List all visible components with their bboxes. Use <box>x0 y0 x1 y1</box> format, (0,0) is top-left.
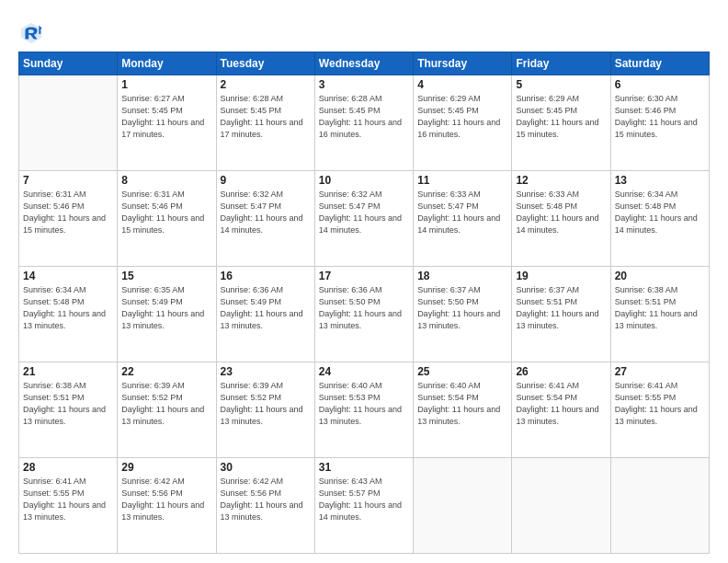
day-number: 11 <box>417 174 507 187</box>
calendar-cell <box>19 75 118 171</box>
day-info: Sunrise: 6:33 AMSunset: 5:47 PMDaylight:… <box>417 189 507 236</box>
calendar-cell: 19Sunrise: 6:37 AMSunset: 5:51 PMDayligh… <box>512 267 610 362</box>
day-number: 9 <box>221 174 311 187</box>
day-number: 10 <box>319 174 409 187</box>
calendar-cell: 12Sunrise: 6:33 AMSunset: 5:48 PMDayligh… <box>512 171 610 267</box>
calendar-cell: 28Sunrise: 6:41 AMSunset: 5:55 PMDayligh… <box>19 458 118 554</box>
weekday-header: Thursday <box>414 52 512 75</box>
day-info: Sunrise: 6:28 AMSunset: 5:45 PMDaylight:… <box>319 93 409 141</box>
calendar-cell: 2Sunrise: 6:28 AMSunset: 5:45 PMDaylight… <box>216 75 314 171</box>
day-info: Sunrise: 6:40 AMSunset: 5:53 PMDaylight:… <box>319 380 409 428</box>
day-number: 17 <box>319 270 409 282</box>
day-number: 23 <box>221 365 311 378</box>
calendar-cell: 11Sunrise: 6:33 AMSunset: 5:47 PMDayligh… <box>414 171 512 267</box>
day-info: Sunrise: 6:30 AMSunset: 5:46 PMDaylight:… <box>615 93 705 141</box>
calendar-cell: 31Sunrise: 6:43 AMSunset: 5:57 PMDayligh… <box>314 458 413 554</box>
calendar-cell: 26Sunrise: 6:41 AMSunset: 5:54 PMDayligh… <box>512 362 610 458</box>
day-number: 31 <box>319 461 409 474</box>
day-info: Sunrise: 6:40 AMSunset: 5:54 PMDaylight:… <box>417 380 507 428</box>
calendar-cell <box>414 458 512 554</box>
day-number: 20 <box>615 270 705 282</box>
calendar-cell: 9Sunrise: 6:32 AMSunset: 5:47 PMDaylight… <box>216 171 314 267</box>
day-info: Sunrise: 6:28 AMSunset: 5:45 PMDaylight:… <box>221 93 311 141</box>
day-number: 18 <box>417 270 507 282</box>
weekday-header: Friday <box>512 52 610 75</box>
day-info: Sunrise: 6:31 AMSunset: 5:46 PMDaylight:… <box>23 189 113 236</box>
day-number: 19 <box>516 270 606 282</box>
day-info: Sunrise: 6:42 AMSunset: 5:56 PMDaylight:… <box>221 476 311 523</box>
day-number: 12 <box>516 174 606 187</box>
page: SundayMondayTuesdayWednesdayThursdayFrid… <box>0 0 728 563</box>
day-number: 8 <box>121 174 211 187</box>
day-number: 21 <box>23 365 113 378</box>
day-number: 2 <box>221 78 311 91</box>
day-number: 4 <box>417 78 507 91</box>
day-info: Sunrise: 6:42 AMSunset: 5:56 PMDaylight:… <box>121 476 211 523</box>
day-number: 28 <box>23 461 113 474</box>
calendar-cell: 25Sunrise: 6:40 AMSunset: 5:54 PMDayligh… <box>414 362 512 458</box>
calendar-cell: 18Sunrise: 6:37 AMSunset: 5:50 PMDayligh… <box>414 267 512 362</box>
day-number: 16 <box>221 270 311 282</box>
day-info: Sunrise: 6:41 AMSunset: 5:55 PMDaylight:… <box>23 476 113 523</box>
day-info: Sunrise: 6:35 AMSunset: 5:49 PMDaylight:… <box>121 284 211 332</box>
day-info: Sunrise: 6:38 AMSunset: 5:51 PMDaylight:… <box>23 380 113 428</box>
weekday-header: Sunday <box>19 52 118 75</box>
day-info: Sunrise: 6:27 AMSunset: 5:45 PMDaylight:… <box>121 93 211 141</box>
calendar-cell <box>610 458 709 554</box>
day-info: Sunrise: 6:32 AMSunset: 5:47 PMDaylight:… <box>221 189 311 236</box>
calendar-cell: 8Sunrise: 6:31 AMSunset: 5:46 PMDaylight… <box>118 171 216 267</box>
day-info: Sunrise: 6:36 AMSunset: 5:50 PMDaylight:… <box>319 284 409 332</box>
calendar-cell: 7Sunrise: 6:31 AMSunset: 5:46 PMDaylight… <box>19 171 118 267</box>
day-number: 22 <box>121 365 211 378</box>
calendar-cell: 29Sunrise: 6:42 AMSunset: 5:56 PMDayligh… <box>118 458 216 554</box>
calendar-cell: 1Sunrise: 6:27 AMSunset: 5:45 PMDaylight… <box>118 75 216 171</box>
calendar-cell: 30Sunrise: 6:42 AMSunset: 5:56 PMDayligh… <box>216 458 314 554</box>
weekday-header: Saturday <box>610 52 709 75</box>
day-info: Sunrise: 6:41 AMSunset: 5:54 PMDaylight:… <box>516 380 606 428</box>
day-number: 1 <box>121 78 211 91</box>
day-info: Sunrise: 6:29 AMSunset: 5:45 PMDaylight:… <box>516 93 606 141</box>
logo <box>18 20 48 46</box>
day-info: Sunrise: 6:39 AMSunset: 5:52 PMDaylight:… <box>121 380 211 428</box>
calendar-cell: 10Sunrise: 6:32 AMSunset: 5:47 PMDayligh… <box>314 171 413 267</box>
day-info: Sunrise: 6:31 AMSunset: 5:46 PMDaylight:… <box>121 189 211 236</box>
day-info: Sunrise: 6:37 AMSunset: 5:51 PMDaylight:… <box>516 284 606 332</box>
day-number: 14 <box>23 270 113 282</box>
calendar-cell: 4Sunrise: 6:29 AMSunset: 5:45 PMDaylight… <box>414 75 512 171</box>
calendar-cell <box>512 458 610 554</box>
day-number: 26 <box>516 365 606 378</box>
calendar-cell: 27Sunrise: 6:41 AMSunset: 5:55 PMDayligh… <box>610 362 709 458</box>
calendar-cell: 20Sunrise: 6:38 AMSunset: 5:51 PMDayligh… <box>610 267 709 362</box>
calendar-cell: 13Sunrise: 6:34 AMSunset: 5:48 PMDayligh… <box>610 171 709 267</box>
calendar-cell: 14Sunrise: 6:34 AMSunset: 5:48 PMDayligh… <box>19 267 118 362</box>
logo-icon <box>18 20 44 46</box>
calendar-table: SundayMondayTuesdayWednesdayThursdayFrid… <box>18 52 710 554</box>
day-info: Sunrise: 6:34 AMSunset: 5:48 PMDaylight:… <box>23 284 113 332</box>
weekday-header: Tuesday <box>216 52 314 75</box>
day-number: 6 <box>615 78 705 91</box>
day-number: 3 <box>319 78 409 91</box>
day-number: 30 <box>221 461 311 474</box>
day-info: Sunrise: 6:38 AMSunset: 5:51 PMDaylight:… <box>615 284 705 332</box>
day-info: Sunrise: 6:37 AMSunset: 5:50 PMDaylight:… <box>417 284 507 332</box>
calendar-cell: 6Sunrise: 6:30 AMSunset: 5:46 PMDaylight… <box>610 75 709 171</box>
calendar-cell: 23Sunrise: 6:39 AMSunset: 5:52 PMDayligh… <box>216 362 314 458</box>
day-info: Sunrise: 6:34 AMSunset: 5:48 PMDaylight:… <box>615 189 705 236</box>
day-number: 29 <box>121 461 211 474</box>
day-info: Sunrise: 6:39 AMSunset: 5:52 PMDaylight:… <box>221 380 311 428</box>
calendar-cell: 17Sunrise: 6:36 AMSunset: 5:50 PMDayligh… <box>314 267 413 362</box>
weekday-header: Wednesday <box>314 52 413 75</box>
day-info: Sunrise: 6:32 AMSunset: 5:47 PMDaylight:… <box>319 189 409 236</box>
calendar-cell: 16Sunrise: 6:36 AMSunset: 5:49 PMDayligh… <box>216 267 314 362</box>
day-number: 13 <box>615 174 705 187</box>
day-info: Sunrise: 6:41 AMSunset: 5:55 PMDaylight:… <box>615 380 705 428</box>
day-info: Sunrise: 6:33 AMSunset: 5:48 PMDaylight:… <box>516 189 606 236</box>
calendar-cell: 15Sunrise: 6:35 AMSunset: 5:49 PMDayligh… <box>118 267 216 362</box>
day-number: 25 <box>417 365 507 378</box>
day-info: Sunrise: 6:43 AMSunset: 5:57 PMDaylight:… <box>319 476 409 523</box>
weekday-header: Monday <box>118 52 216 75</box>
calendar-cell: 22Sunrise: 6:39 AMSunset: 5:52 PMDayligh… <box>118 362 216 458</box>
calendar-cell: 5Sunrise: 6:29 AMSunset: 5:45 PMDaylight… <box>512 75 610 171</box>
day-number: 27 <box>615 365 705 378</box>
day-info: Sunrise: 6:36 AMSunset: 5:49 PMDaylight:… <box>221 284 311 332</box>
